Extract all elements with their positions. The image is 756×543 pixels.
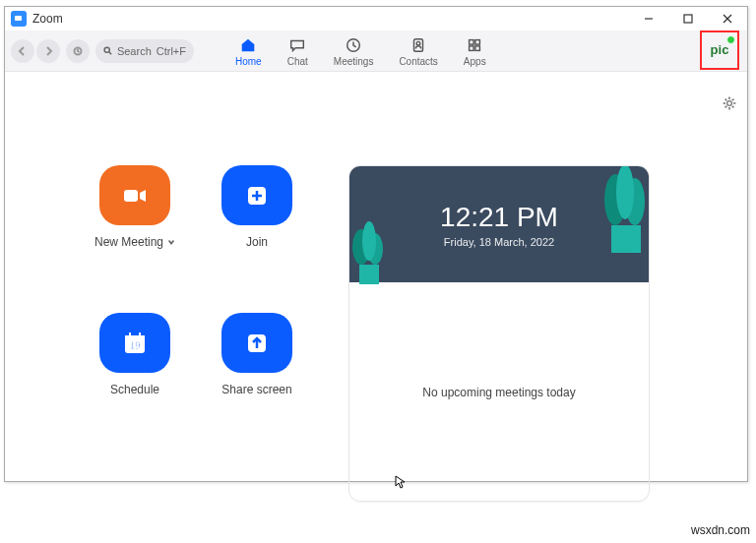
tab-contacts[interactable]: Contacts	[399, 34, 437, 67]
svg-rect-11	[475, 40, 480, 45]
tab-label: Chat	[287, 56, 308, 67]
profile-avatar[interactable]: pic	[706, 37, 733, 62]
plus-icon	[242, 181, 272, 211]
watermark: wsxdn.com	[691, 523, 750, 537]
clock-date: Friday, 18 March, 2022	[444, 236, 554, 248]
svg-point-33	[616, 165, 634, 219]
tab-chat[interactable]: Chat	[287, 34, 308, 67]
upcoming-card: 12:21 PM Friday, 18 March, 2022 No upcom…	[348, 165, 650, 502]
tab-label: Apps	[464, 56, 486, 67]
svg-point-29	[362, 221, 376, 261]
app-window: Zoom Search Ctrl+F Home Chat	[4, 6, 748, 482]
calendar-icon: 19	[120, 329, 150, 358]
clock-icon	[345, 36, 362, 54]
svg-rect-13	[475, 46, 480, 51]
nav-tabs: Home Chat Meetings Contacts Apps	[235, 34, 486, 67]
clock-time: 12:21 PM	[440, 202, 558, 233]
join-action[interactable]: Join	[206, 111, 308, 249]
svg-rect-26	[359, 265, 379, 284]
gear-icon	[722, 95, 737, 111]
chat-icon	[288, 36, 306, 54]
search-icon	[103, 45, 112, 56]
search-input[interactable]: Search Ctrl+F	[95, 39, 194, 63]
action-label-text: Schedule	[110, 383, 159, 396]
search-shortcut: Ctrl+F	[157, 45, 186, 57]
svg-point-9	[416, 41, 420, 45]
minimize-button[interactable]	[629, 7, 668, 30]
empty-message: No upcoming meetings today	[422, 386, 575, 399]
nav-back-button[interactable]	[11, 39, 34, 63]
svg-rect-1	[684, 15, 692, 23]
tab-apps[interactable]: Apps	[464, 34, 486, 67]
close-button[interactable]	[708, 7, 747, 30]
card-header: 12:21 PM Friday, 18 March, 2022	[349, 166, 649, 282]
home-icon	[239, 36, 257, 54]
contacts-icon	[410, 36, 427, 54]
svg-rect-30	[611, 225, 641, 253]
profile-highlight: pic	[700, 30, 739, 70]
settings-button[interactable]	[722, 95, 737, 115]
window-title: Zoom	[32, 12, 63, 26]
share-up-icon	[242, 329, 272, 358]
svg-text:19: 19	[129, 340, 141, 351]
schedule-tile: 19	[99, 313, 170, 373]
action-label-text: Share screen	[221, 383, 291, 396]
svg-rect-10	[470, 40, 474, 45]
video-icon	[120, 181, 150, 211]
tab-home[interactable]: Home	[235, 34, 262, 67]
tab-label: Contacts	[399, 56, 437, 67]
toolbar: Search Ctrl+F Home Chat Meetings Contact…	[5, 30, 747, 72]
tab-label: Meetings	[334, 56, 374, 67]
plant-decoration-right	[596, 165, 650, 253]
svg-point-14	[727, 101, 732, 106]
maximize-button[interactable]	[668, 7, 708, 30]
new-meeting-action[interactable]: New Meeting	[84, 111, 186, 249]
share-tile	[221, 313, 292, 373]
card-body: No upcoming meetings today	[349, 282, 649, 502]
cursor-icon	[394, 475, 408, 489]
tab-label: Home	[235, 56, 262, 67]
window-controls	[629, 7, 747, 30]
titlebar: Zoom	[5, 7, 747, 30]
action-panel: New Meeting Join 19 Schedule	[5, 111, 335, 481]
join-tile	[221, 165, 292, 225]
nav-history-button[interactable]	[66, 39, 90, 63]
share-screen-action[interactable]: Share screen	[206, 259, 308, 396]
svg-line-6	[109, 52, 111, 54]
main-content: New Meeting Join 19 Schedule	[5, 72, 747, 481]
action-label-text: New Meeting	[94, 235, 163, 249]
plant-decoration-left	[348, 219, 391, 284]
apps-icon	[466, 36, 483, 54]
avatar-initials: pic	[711, 42, 729, 57]
zoom-app-icon	[11, 11, 27, 27]
schedule-action[interactable]: 19 Schedule	[84, 259, 186, 396]
tab-meetings[interactable]: Meetings	[334, 34, 374, 67]
nav-forward-button[interactable]	[36, 39, 60, 63]
search-label: Search	[117, 45, 152, 57]
action-label-text: Join	[246, 235, 268, 249]
svg-rect-15	[124, 190, 138, 202]
svg-rect-12	[470, 46, 474, 51]
new-meeting-tile	[99, 165, 170, 225]
chevron-down-icon[interactable]	[167, 238, 175, 246]
svg-point-5	[104, 47, 109, 52]
